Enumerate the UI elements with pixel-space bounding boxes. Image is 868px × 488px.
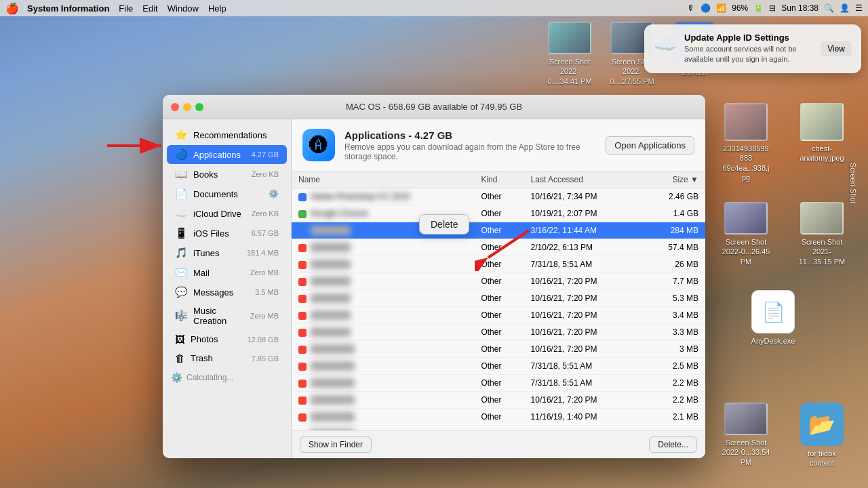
control-strip[interactable]: ⊟ bbox=[769, 3, 776, 13]
sidebar-item-trash[interactable]: 🗑 Trash 7.85 GB bbox=[167, 349, 287, 367]
table-row[interactable]: App Row 9Other10/16/21, 7:20 PM3.3 MB bbox=[292, 324, 705, 341]
maximize-button[interactable] bbox=[195, 103, 203, 111]
table-row[interactable]: App Row 8Other10/16/21, 7:20 PM3.4 MB bbox=[292, 307, 705, 324]
table-row[interactable]: App Row 11Other7/31/18, 5:51 AM2.5 MB bbox=[292, 358, 705, 375]
col-name[interactable]: Name bbox=[292, 171, 474, 188]
desktop-icon-screenshot1[interactable]: Screen Shot2022-0....34.41 PM bbox=[542, 19, 597, 89]
search-icon[interactable]: 🔍 bbox=[824, 3, 834, 13]
table-row[interactable]: App Row 15Other10/16/21, 7:20 PM1.7 MB bbox=[292, 426, 705, 431]
table-row[interactable]: App Row 10Other10/16/21, 7:20 PM3 MB bbox=[292, 341, 705, 358]
sidebar-item-recommendations[interactable]: ⭐ Recommendations bbox=[167, 125, 287, 144]
sidebar-item-photos[interactable]: 🖼 Photos 12.08 GB bbox=[167, 330, 287, 348]
desktop-icon-anydesk[interactable]: 📄 AnyDesk.exe bbox=[746, 287, 800, 348]
notification-view-button[interactable]: View bbox=[821, 41, 852, 56]
sidebar-item-documents[interactable]: 📄 Documents ⚙️ bbox=[167, 184, 287, 203]
notification-app-icon: ☁️ bbox=[654, 33, 677, 55]
col-kind[interactable]: Kind bbox=[474, 171, 524, 188]
table-cell-accessed: 2/10/22, 6:13 PM bbox=[524, 239, 642, 256]
window-body: ⭐ Recommendations 🔵 Applications 4.27 GB… bbox=[163, 119, 705, 458]
table-row[interactable]: App Row 7Other10/16/21, 7:20 PM5.3 MB bbox=[292, 290, 705, 307]
sidebar-item-messages[interactable]: 💬 Messages 3.5 MB bbox=[167, 283, 287, 302]
user-icon[interactable]: 👤 bbox=[840, 3, 850, 13]
app-name-text: App Row 3 bbox=[311, 226, 351, 235]
col-accessed[interactable]: Last Accessed bbox=[524, 171, 642, 188]
menu-help[interactable]: Help bbox=[208, 3, 226, 14]
table-cell-name: App Row 9 bbox=[292, 324, 474, 341]
desktop-icon-chest-anatomy[interactable]: chest-anatomy.jpeg bbox=[795, 100, 849, 166]
table-cell-kind: Other bbox=[474, 358, 524, 375]
app-name[interactable]: System Information bbox=[27, 3, 109, 14]
sidebar-item-label: Messages bbox=[193, 287, 250, 298]
notification-center-icon[interactable]: ☰ bbox=[855, 3, 863, 13]
sidebar-item-label: Recommendations bbox=[193, 130, 279, 140]
table-cell-size: 284 MB bbox=[641, 222, 705, 239]
traffic-lights bbox=[171, 103, 203, 111]
table-cell-kind: Other bbox=[474, 307, 524, 324]
apple-menu[interactable]: 🍎 bbox=[5, 2, 19, 15]
desktop-icon-jpg1[interactable]: 2301493859988369c4ea...938.jpg bbox=[719, 100, 773, 185]
app-name-text: App Row 11 bbox=[311, 361, 355, 371]
close-button[interactable] bbox=[171, 103, 179, 111]
delete-popup[interactable]: Delete bbox=[419, 214, 469, 235]
menu-file[interactable]: File bbox=[119, 3, 133, 14]
sidebar-item-icloud[interactable]: ☁️ iCloud Drive Zero KB bbox=[167, 204, 287, 223]
table-row[interactable]: App Row 6Other10/16/21, 7:20 PM7.7 MB bbox=[292, 273, 705, 290]
battery-icon: 🔋 bbox=[753, 3, 764, 13]
table-row[interactable]: App Row 3Other3/16/22, 11:44 AM284 MB bbox=[292, 222, 705, 239]
table-cell-name: App Row 14 bbox=[292, 409, 474, 426]
content-header-description: Remove apps you can download again from … bbox=[344, 142, 596, 161]
table-cell-kind: Other bbox=[474, 341, 524, 358]
app-name-text: App Row 12 bbox=[311, 378, 355, 388]
wifi-icon[interactable]: 📶 bbox=[716, 3, 726, 13]
table-cell-kind: Other bbox=[474, 205, 524, 222]
menu-window[interactable]: Window bbox=[167, 3, 199, 14]
main-window: MAC OS - 658.69 GB available of 749.95 G… bbox=[163, 95, 705, 458]
app-color-dot bbox=[298, 396, 307, 405]
sidebar-item-mail[interactable]: ✉️ Mail Zero MB bbox=[167, 263, 287, 282]
sidebar-item-books[interactable]: 📖 Books Zero KB bbox=[167, 165, 287, 184]
sidebar-item-label: Applications bbox=[193, 150, 246, 160]
table-row[interactable]: Adobe Photoshop CC 2019Other10/16/21, 7:… bbox=[292, 188, 705, 205]
delete-button[interactable]: Delete... bbox=[649, 436, 697, 453]
table-cell-name: App Row 10 bbox=[292, 341, 474, 358]
applications-icon: 🔵 bbox=[175, 148, 188, 161]
photos-icon: 🖼 bbox=[175, 333, 185, 345]
notification-banner: ☁️ Update Apple ID Settings Some account… bbox=[644, 24, 861, 73]
minimize-button[interactable] bbox=[183, 103, 191, 111]
sidebar-item-ios-files[interactable]: 📱 iOS Files 6.57 GB bbox=[167, 224, 287, 243]
table-cell-name: App Row 11 bbox=[292, 358, 474, 375]
app-name-text: App Row 7 bbox=[311, 293, 351, 303]
desktop-icon-tiktok-folder[interactable]: 📂 for tiktok content bbox=[795, 400, 849, 471]
menu-edit[interactable]: Edit bbox=[142, 3, 157, 14]
sidebar-item-itunes[interactable]: 🎵 iTunes 181.4 MB bbox=[167, 243, 287, 262]
sidebar-item-size: Zero MB bbox=[250, 312, 279, 320]
table-row[interactable]: App Row 13Other10/16/21, 7:20 PM2.2 MB bbox=[292, 392, 705, 409]
app-color-dot bbox=[298, 329, 307, 337]
col-size[interactable]: Size ▼ bbox=[641, 171, 705, 188]
sidebar-item-label: Documents bbox=[193, 189, 263, 199]
mail-icon: ✉️ bbox=[175, 266, 188, 279]
window-title: MAC OS - 658.69 GB available of 749.95 G… bbox=[346, 102, 522, 112]
sidebar-item-applications[interactable]: 🔵 Applications 4.27 GB bbox=[167, 145, 287, 164]
table-row[interactable]: App Row 5Other7/31/18, 5:51 AM26 MB bbox=[292, 256, 705, 273]
table-row[interactable]: App Row 4Other2/10/22, 6:13 PM57.4 MB bbox=[292, 239, 705, 256]
spinner-icon: ⚙️ bbox=[171, 372, 182, 383]
table-row[interactable]: App Row 14Other11/16/19, 1:40 PM2.1 MB bbox=[292, 409, 705, 426]
bluetooth-icon[interactable]: 🔵 bbox=[701, 3, 711, 13]
table-cell-kind: Other bbox=[474, 256, 524, 273]
show-in-finder-button[interactable]: Show in Finder bbox=[300, 436, 372, 453]
table-cell-accessed: 10/16/21, 7:20 PM bbox=[524, 290, 642, 307]
table-cell-name: Adobe Photoshop CC 2019 bbox=[292, 188, 474, 205]
ios-files-icon: 📱 bbox=[175, 227, 188, 239]
table-cell-name: App Row 8 bbox=[292, 307, 474, 324]
desktop-icon-screenshot3[interactable]: Screen Shot2022-0...26.45 PM bbox=[719, 199, 773, 269]
desktop-icon-screenshot5[interactable]: Screen Shot2022-0...33.54 PM bbox=[719, 400, 773, 470]
airplay-icon[interactable]: 🎙 bbox=[687, 3, 695, 13]
sidebar-item-music-creation[interactable]: 🎼 Music Creation Zero MB bbox=[167, 302, 287, 329]
table-row[interactable]: Google ChromeOther10/19/21, 2:07 PM1.4 G… bbox=[292, 205, 705, 222]
table-row[interactable]: App Row 12Other7/31/18, 5:51 AM2.2 MB bbox=[292, 375, 705, 392]
desktop-icon-screenshot4[interactable]: Screen Shot2021-11...35.15 PM bbox=[795, 199, 849, 269]
open-applications-button[interactable]: Open Applications bbox=[606, 136, 694, 155]
sidebar-item-size: Zero KB bbox=[252, 170, 279, 178]
icloud-icon: ☁️ bbox=[175, 207, 188, 220]
